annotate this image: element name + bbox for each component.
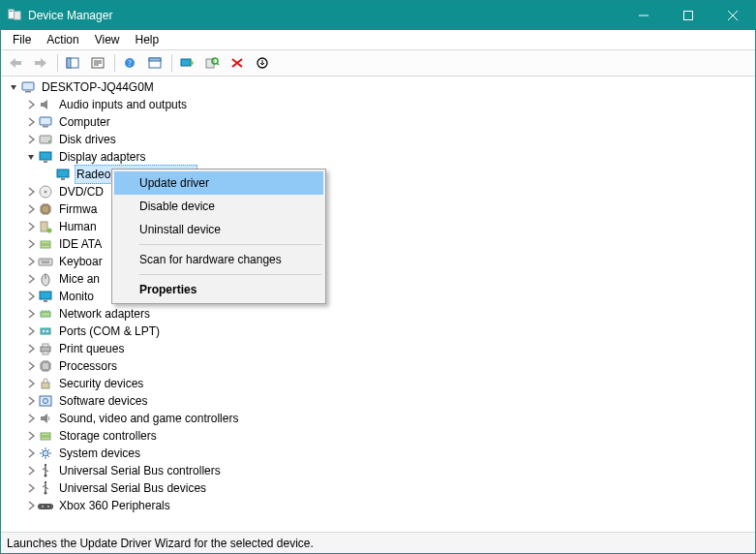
chevron-right-icon[interactable] [24,394,38,408]
update-driver-button[interactable] [175,51,198,75]
chevron-right-icon[interactable] [24,255,38,268]
menu-view[interactable]: View [87,31,128,48]
chevron-right-icon[interactable] [24,377,38,390]
tree-item-label: Firmwa [57,200,99,218]
chevron-right-icon[interactable] [24,499,38,512]
tree-item-label: Universal Serial Bus controllers [57,462,223,479]
ctx-disable-device[interactable]: Disable device [114,195,323,218]
tree-item-disk-drives[interactable]: Disk drives [24,131,755,148]
tree-item-network-adapters[interactable]: Network adapters [24,305,755,323]
tree-item-storage-controllers[interactable]: Storage controllers [24,427,755,445]
speaker-icon [38,97,53,112]
scan-hardware-button[interactable] [200,51,224,75]
show-hide-tree-button[interactable] [61,51,84,75]
svg-rect-34 [40,292,51,299]
help-button[interactable]: ? [118,51,141,75]
svg-rect-36 [41,312,50,317]
chevron-right-icon[interactable] [24,220,38,233]
uninstall-button[interactable] [226,51,249,75]
chevron-right-icon[interactable] [24,98,38,111]
ctx-uninstall-device[interactable]: Uninstall device [114,218,323,241]
tree-item-ports[interactable]: Ports (COM & LPT) [24,323,755,340]
svg-rect-44 [42,383,49,388]
tree-item-usb-controllers[interactable]: Universal Serial Bus controllers [24,462,755,479]
svg-rect-31 [41,245,50,248]
tree-item-usb-devices[interactable]: Universal Serial Bus devices [24,479,755,497]
svg-point-50 [45,475,47,477]
chevron-right-icon[interactable] [24,412,38,425]
chevron-right-icon[interactable] [24,429,38,443]
svg-rect-40 [41,347,50,352]
menu-action[interactable]: Action [39,31,86,48]
chevron-right-icon[interactable] [24,324,38,338]
chevron-right-icon[interactable] [24,481,38,495]
port-icon [38,323,53,339]
chevron-right-icon[interactable] [24,307,38,321]
chevron-right-icon[interactable] [24,272,38,286]
svg-rect-27 [42,205,49,213]
tree-item-label: DVD/CD [57,183,106,200]
chevron-right-icon[interactable] [24,446,38,460]
tree-item-label: System devices [57,445,142,462]
tree-item-sound-video-game[interactable]: Sound, video and game controllers [24,410,755,427]
tree-item-audio-inputs-outputs[interactable]: Audio inputs and outputs [24,96,755,113]
context-menu: Update driver Disable device Uninstall d… [111,169,326,304]
forward-button[interactable] [29,51,52,75]
chevron-right-icon[interactable] [24,115,38,129]
tree-item-xbox-peripherals[interactable]: Xbox 360 Peripherals [24,497,755,514]
maximize-button[interactable] [666,1,711,30]
svg-rect-3 [684,12,693,20]
chevron-right-icon[interactable] [24,290,38,303]
tree-item-system-devices[interactable]: System devices [24,445,755,462]
mouse-icon [38,271,53,287]
tree-item-software-devices[interactable]: Software devices [24,392,755,410]
tree-root-row[interactable]: DESKTOP-JQ44G0M [7,78,755,96]
tree-item-security-devices[interactable]: Security devices [24,375,755,392]
tree-item-label: Xbox 360 Peripherals [57,497,172,514]
chevron-right-icon[interactable] [24,202,38,216]
chevron-down-icon[interactable] [24,150,38,164]
tree-item-display-adapters[interactable]: Display adapters [24,148,755,166]
chevron-right-icon[interactable] [24,237,38,251]
minimize-button[interactable] [621,1,666,30]
action-sheet-button[interactable] [143,51,166,75]
svg-rect-37 [41,328,50,334]
tree-children: Audio inputs and outputsComputerDisk dri… [7,96,755,514]
svg-point-29 [47,229,52,233]
ctx-separator [139,244,321,245]
ctx-update-driver[interactable]: Update driver [114,171,323,195]
svg-rect-15 [22,82,34,90]
tree-item-label: Universal Serial Bus devices [57,479,208,497]
ctx-scan-hardware[interactable]: Scan for hardware changes [114,248,323,271]
chevron-right-icon[interactable] [24,359,38,373]
svg-rect-35 [44,300,47,302]
back-button[interactable] [4,51,27,75]
keyboard-icon [38,254,53,269]
app-icon [7,8,22,23]
tree-item-computer[interactable]: Computer [24,113,755,131]
svg-point-39 [46,330,48,332]
tree-item-processors[interactable]: Processors [24,357,755,375]
chevron-right-icon[interactable] [24,133,38,146]
menu-file[interactable]: File [5,31,39,48]
disable-button[interactable] [251,51,274,75]
svg-rect-45 [40,396,51,406]
ctx-properties[interactable]: Properties [114,278,323,301]
chevron-right-icon[interactable] [24,464,38,477]
tree-item-label: Keyboar [57,253,105,270]
tree-item-label: Disk drives [57,131,118,148]
svg-rect-5 [67,58,71,68]
svg-rect-10 [149,58,161,61]
chevron-right-icon[interactable] [24,342,38,355]
svg-rect-47 [41,433,50,436]
chevron-right-icon[interactable] [24,185,38,199]
tree-item-print-queues[interactable]: Print queues [24,340,755,357]
menu-help[interactable]: Help [128,31,167,48]
close-button[interactable] [711,1,755,30]
properties-button[interactable] [86,51,109,75]
svg-rect-22 [44,161,47,163]
chevron-down-icon[interactable] [7,80,20,94]
svg-text:?: ? [128,59,132,68]
svg-rect-43 [42,362,49,370]
svg-point-26 [45,191,47,194]
